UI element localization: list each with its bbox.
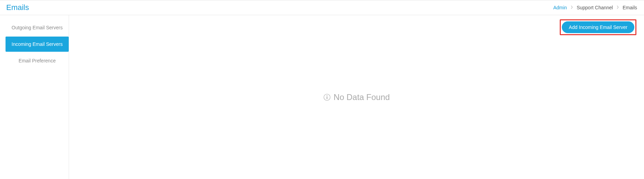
sidebar-item-preference[interactable]: Email Preference (6, 53, 69, 68)
breadcrumb-support-channel[interactable]: Support Channel (577, 5, 613, 10)
top-bar: Emails Admin Support Channel Emails (0, 0, 644, 15)
svg-point-1 (327, 95, 327, 96)
svg-point-0 (324, 94, 330, 100)
sidebar-item-outgoing[interactable]: Outgoing Email Servers (6, 20, 69, 35)
page-title: Emails (6, 3, 29, 12)
chevron-right-icon (616, 5, 619, 10)
add-incoming-email-server-button[interactable]: Add Incoming Email Server (562, 21, 634, 33)
breadcrumb: Admin Support Channel Emails (553, 5, 637, 10)
breadcrumb-admin[interactable]: Admin (553, 5, 567, 10)
breadcrumb-emails: Emails (623, 5, 637, 10)
action-row: Add Incoming Email Server (76, 19, 637, 35)
highlight-box: Add Incoming Email Server (560, 19, 636, 35)
svg-rect-2 (327, 97, 327, 99)
sidebar-item-incoming[interactable]: Incoming Email Servers (6, 37, 69, 52)
sidebar: Outgoing Email Servers Incoming Email Se… (0, 15, 69, 179)
chevron-right-icon (570, 5, 573, 10)
empty-state: No Data Found (69, 15, 644, 179)
info-icon (323, 93, 331, 101)
content: Add Incoming Email Server No Data Found (69, 15, 644, 179)
empty-state-text: No Data Found (334, 92, 390, 102)
main-area: Outgoing Email Servers Incoming Email Se… (0, 15, 644, 179)
